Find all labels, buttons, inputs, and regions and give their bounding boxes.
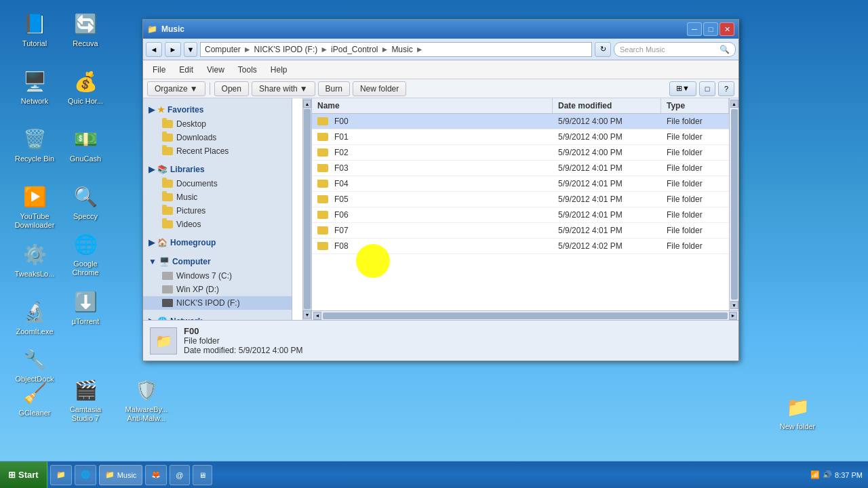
back-button[interactable]: ◄: [146, 42, 162, 57]
filelist-scroll-down[interactable]: ▼: [730, 301, 738, 309]
taskbar-ie-btn[interactable]: 🌐: [75, 465, 96, 485]
newfolder-button[interactable]: New folder: [353, 81, 406, 96]
table-row[interactable]: F085/9/2012 4:02 PMFile folder: [312, 239, 729, 254]
libraries-label: Libraries: [170, 165, 205, 174]
sidebar-favorites-header[interactable]: ▶ ★ Favorites: [143, 102, 292, 117]
maximize-button[interactable]: □: [703, 22, 718, 36]
filelist-scrollbar-thumb[interactable]: [731, 109, 738, 300]
sidebar-item-recent[interactable]: Recent Places: [143, 144, 292, 158]
preview-button[interactable]: □: [699, 81, 715, 96]
h-scrollbar-thumb[interactable]: [323, 312, 728, 319]
taskbar-firefox-btn[interactable]: 🦊: [145, 465, 167, 485]
desktop-icon-youtube[interactable]: ▶️ YouTube Downloader: [10, 183, 59, 230]
start-button[interactable]: ⊞ Start: [0, 462, 47, 489]
h-scroll-right[interactable]: ►: [729, 312, 737, 320]
sidebar-item-f-drive[interactable]: NICK'S IPOD (F:): [143, 296, 292, 310]
documents-icon: [162, 180, 173, 188]
sidebar-item-documents[interactable]: Documents: [143, 177, 292, 190]
sidebar-item-pictures[interactable]: Pictures: [143, 204, 292, 218]
gnucash-icon: 💵: [72, 125, 99, 152]
clock-time: 8:37 PM: [835, 471, 863, 479]
horizontal-scrollbar: ◄ ►: [312, 310, 738, 320]
desktop-icon-tutorial[interactable]: 📘 Tutorial: [10, 10, 59, 48]
desktop-icon-network[interactable]: 🖥️ Network: [10, 68, 59, 106]
desktop-icon-camtasia[interactable]: 🎬 Camtasia Studio 7: [61, 376, 110, 423]
sidebar-item-c-drive[interactable]: Windows 7 (C:): [143, 269, 292, 283]
camtasia-label: Camtasia Studio 7: [61, 405, 110, 423]
table-row[interactable]: F025/9/2012 4:00 PMFile folder: [312, 145, 729, 161]
col-header-date[interactable]: Date modified: [553, 98, 661, 113]
desktop-icon-objectdock[interactable]: 🔧 ObjectDock: [10, 346, 59, 384]
table-row[interactable]: F005/9/2012 4:00 PMFile folder: [312, 114, 729, 129]
table-row[interactable]: F015/9/2012 4:00 PMFile folder: [312, 129, 729, 145]
path-music[interactable]: Music: [391, 45, 412, 54]
desktop-icon-gnucash[interactable]: 💵 GnuCash: [61, 125, 110, 163]
sidebar-scrollbar-thumb[interactable]: [304, 109, 311, 309]
sidebar-scroll-up[interactable]: ▲: [303, 100, 311, 108]
desktop-icon-recycle[interactable]: 🗑️ Recycle Bin: [10, 125, 59, 163]
sidebar-item-videos[interactable]: Videos: [143, 218, 292, 231]
table-row[interactable]: F045/9/2012 4:01 PMFile folder: [312, 176, 729, 192]
menu-edit[interactable]: Edit: [174, 63, 199, 77]
help-button[interactable]: ?: [718, 81, 734, 96]
desktop-icon-recuva[interactable]: 🔄 Recuva: [61, 10, 110, 48]
open-button[interactable]: Open: [214, 81, 249, 96]
share-button[interactable]: Share with ▼: [252, 81, 315, 96]
path-control[interactable]: iPod_Control: [331, 45, 378, 54]
col-header-name[interactable]: Name: [312, 98, 553, 113]
sidebar-item-desktop[interactable]: Desktop: [143, 117, 292, 131]
search-box[interactable]: Search Music 🔍: [614, 42, 736, 57]
sidebar-homegroup-header[interactable]: ▶ 🏠 Homegroup: [143, 235, 292, 250]
path-computer[interactable]: Computer: [205, 45, 241, 54]
table-row[interactable]: F065/9/2012 4:01 PMFile folder: [312, 207, 729, 223]
newfolder-label: New folder: [780, 422, 816, 431]
table-row[interactable]: F075/9/2012 4:01 PMFile folder: [312, 223, 729, 239]
sidebar-network-header[interactable]: ▶ 🌐 Network: [143, 314, 292, 320]
sidebar-computer-header[interactable]: ▼ 🖥️ Computer: [143, 254, 292, 269]
table-row[interactable]: F035/9/2012 4:01 PMFile folder: [312, 161, 729, 176]
file-name-text: F00: [334, 117, 349, 126]
taskbar-email-btn[interactable]: @: [170, 465, 189, 485]
forward-button[interactable]: ►: [165, 42, 181, 57]
view-toggle-button[interactable]: ⊞▼: [669, 81, 696, 96]
desktop-icon-quicken[interactable]: 💰 Quic Hor...: [61, 68, 110, 106]
organize-button[interactable]: Organize ▼: [147, 81, 205, 96]
col-header-type[interactable]: Type: [661, 98, 729, 113]
taskbar-explorer-btn[interactable]: 📁: [50, 465, 72, 485]
address-path[interactable]: Computer ► NICK'S IPOD (F:) ► iPod_Contr…: [200, 42, 592, 57]
desktop-icon-tweaks[interactable]: ⚙️ TweaksLo...: [10, 241, 59, 279]
menu-file[interactable]: File: [147, 63, 171, 77]
desktop-icon-gcleaner[interactable]: 🧹 GCleaner: [10, 380, 59, 418]
status-filename: F00: [184, 326, 302, 336]
path-ipod[interactable]: NICK'S IPOD (F:): [254, 45, 318, 54]
sidebar-item-d-drive[interactable]: Win XP (D:): [143, 283, 292, 296]
burn-button[interactable]: Burn: [318, 81, 350, 96]
sidebar-scroll-down[interactable]: ▼: [303, 310, 311, 319]
menu-help[interactable]: Help: [265, 63, 293, 77]
recycle-icon: 🗑️: [21, 125, 48, 152]
h-scroll-left[interactable]: ◄: [313, 312, 321, 320]
menu-tools[interactable]: Tools: [233, 63, 262, 77]
desktop-icon-speccy[interactable]: 🔍 Speccy: [61, 183, 110, 221]
taskbar-active-window[interactable]: 📁 Music: [99, 465, 143, 485]
filelist-scroll-up[interactable]: ▲: [730, 100, 738, 108]
refresh-button[interactable]: ↻: [595, 42, 611, 57]
sidebar-item-music[interactable]: Music: [143, 190, 292, 204]
toolbar-separator-1: [210, 83, 210, 95]
desktop-icon-zoomit[interactable]: 🔬 ZoomIt.exe: [10, 298, 59, 336]
desktop-icon-newfolder[interactable]: 📁 New folder: [773, 393, 822, 431]
desktop-icon-chrome[interactable]: 🌐 Google Chrome: [61, 230, 110, 277]
menu-view[interactable]: View: [201, 63, 230, 77]
file-date-cell: 5/9/2012 4:00 PM: [553, 114, 661, 129]
close-button[interactable]: ✕: [719, 22, 734, 36]
desktop-icon-utorrent[interactable]: ⬇️ µTorrent: [61, 288, 110, 326]
sidebar-libraries-header[interactable]: ▶ 📚 Libraries: [143, 162, 292, 177]
sidebar-item-downloads[interactable]: Downloads: [143, 131, 292, 144]
desktop-icon-malware[interactable]: 🛡️ MalwareBy... Anti-Malw...: [122, 376, 171, 423]
table-row[interactable]: F055/9/2012 4:01 PMFile folder: [312, 192, 729, 207]
taskbar-time[interactable]: 8:37 PM: [835, 471, 863, 479]
up-button[interactable]: ▼: [184, 42, 197, 57]
taskbar-remote-btn[interactable]: 🖥: [193, 465, 212, 485]
recuva-icon: 🔄: [72, 10, 99, 37]
minimize-button[interactable]: ─: [687, 22, 702, 36]
